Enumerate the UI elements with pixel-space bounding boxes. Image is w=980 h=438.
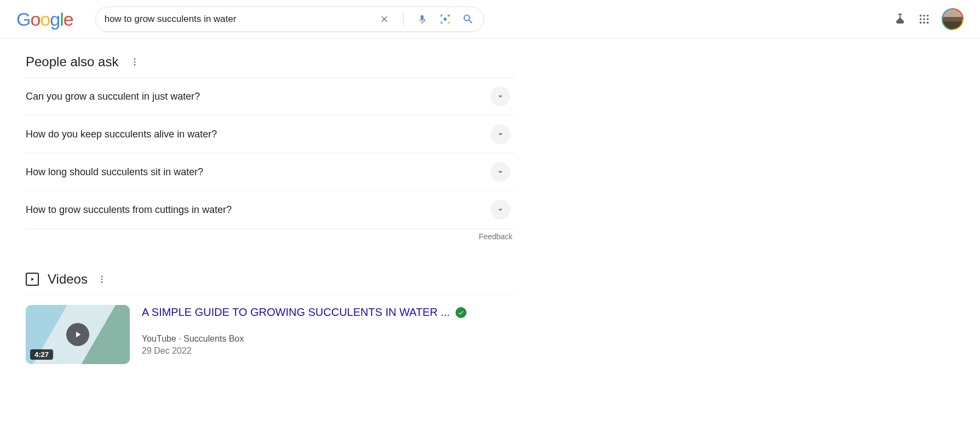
video-title-row: A SIMPLE GUIDE TO GROWING SUCCULENTS IN …: [142, 306, 515, 319]
google-logo[interactable]: Google: [16, 9, 73, 30]
video-thumbnail[interactable]: 4:27: [26, 305, 130, 364]
svg-point-3: [927, 15, 929, 17]
chevron-down-icon: [491, 200, 510, 220]
chevron-down-icon: [491, 87, 510, 106]
chevron-down-icon: [491, 162, 510, 182]
video-result: 4:27 A SIMPLE GUIDE TO GROWING SUCCULENT…: [26, 295, 515, 364]
paa-feedback-row: Feedback: [26, 229, 515, 241]
search-input[interactable]: [105, 14, 378, 25]
search-icons-group: [378, 11, 475, 27]
svg-point-0: [443, 18, 447, 21]
lens-search-icon[interactable]: [439, 13, 452, 26]
account-avatar[interactable]: [942, 8, 964, 30]
paa-question: How do you keep succulents alive in wate…: [26, 129, 217, 140]
svg-point-1: [920, 15, 922, 17]
paa-more-icon[interactable]: [129, 56, 140, 67]
header: Google: [0, 0, 980, 39]
labs-icon[interactable]: [893, 13, 907, 26]
verified-check-icon: [456, 307, 466, 318]
paa-question: How to grow succulents from cuttings in …: [26, 204, 232, 216]
paa-item[interactable]: How to grow succulents from cuttings in …: [26, 191, 515, 229]
video-date: 29 Dec 2022: [142, 346, 515, 356]
apps-icon[interactable]: [918, 13, 931, 26]
paa-question: How long should succulents sit in water?: [26, 166, 203, 178]
paa-question: Can you grow a succulent in just water?: [26, 91, 200, 102]
svg-point-4: [920, 18, 922, 20]
paa-header: People also ask: [26, 54, 515, 70]
meta-separator: ·: [176, 334, 183, 343]
search-divider: [403, 11, 403, 27]
feedback-link[interactable]: Feedback: [479, 232, 512, 241]
svg-point-7: [920, 22, 922, 24]
chevron-down-icon: [491, 124, 510, 144]
video-info: A SIMPLE GUIDE TO GROWING SUCCULENTS IN …: [142, 305, 515, 364]
video-channel: Succulents Box: [183, 334, 244, 343]
svg-point-13: [101, 275, 102, 277]
svg-point-5: [923, 18, 925, 20]
svg-point-6: [927, 18, 929, 20]
video-play-box-icon: [26, 273, 39, 286]
video-source: YouTube: [142, 334, 176, 343]
video-title-link[interactable]: A SIMPLE GUIDE TO GROWING SUCCULENTS IN …: [142, 306, 450, 319]
svg-point-14: [101, 279, 102, 280]
paa-title: People also ask: [26, 54, 118, 70]
svg-point-12: [134, 64, 136, 66]
videos-title: Videos: [48, 272, 88, 287]
svg-point-10: [134, 58, 136, 60]
video-meta: YouTube · Succulents Box: [142, 334, 515, 344]
clear-icon[interactable]: [378, 13, 391, 26]
paa-item[interactable]: How long should succulents sit in water?: [26, 153, 515, 191]
paa-item[interactable]: How do you keep succulents alive in wate…: [26, 116, 515, 153]
videos-header: Videos: [26, 272, 515, 287]
search-icon[interactable]: [462, 13, 475, 26]
paa-list: Can you grow a succulent in just water? …: [26, 77, 515, 229]
search-box[interactable]: [95, 7, 484, 32]
paa-item[interactable]: Can you grow a succulent in just water?: [26, 78, 515, 116]
svg-point-8: [923, 22, 925, 24]
svg-point-9: [927, 22, 929, 24]
videos-more-icon[interactable]: [96, 274, 107, 285]
avatar-image: [943, 9, 962, 29]
video-duration: 4:27: [30, 349, 53, 360]
header-right: [893, 8, 964, 30]
voice-search-icon[interactable]: [416, 13, 429, 26]
svg-point-15: [101, 281, 102, 283]
svg-point-2: [923, 15, 925, 17]
search-results: People also ask Can you grow a succulent…: [0, 39, 515, 375]
svg-point-11: [134, 61, 136, 63]
videos-section: Videos 4:27 A SIMPLE GUIDE TO GROWING SU…: [26, 272, 515, 364]
play-icon: [66, 323, 89, 346]
